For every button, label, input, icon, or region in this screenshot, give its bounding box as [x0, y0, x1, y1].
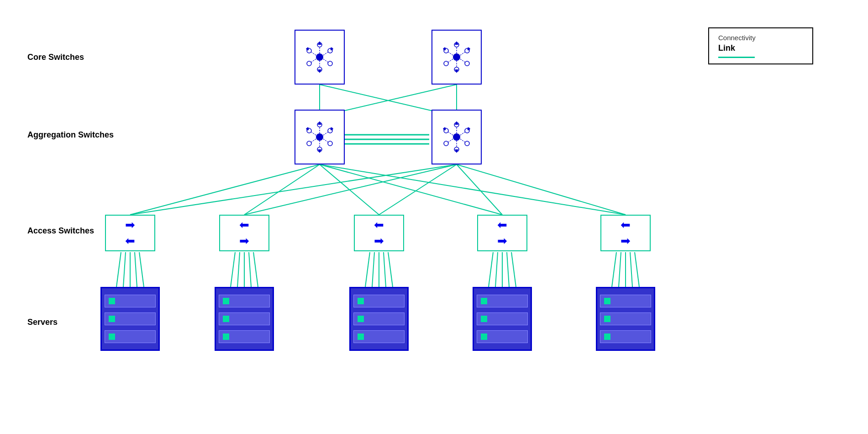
svg-line-70 — [448, 52, 453, 55]
svg-line-109 — [460, 132, 465, 135]
svg-line-11 — [320, 164, 626, 215]
legend-link-label: Link — [718, 43, 803, 53]
legend-title: Connectivity — [718, 34, 803, 42]
svg-point-99 — [453, 133, 460, 141]
server-2-row-1 — [219, 295, 270, 307]
svg-line-53 — [311, 59, 316, 62]
svg-point-66 — [444, 61, 448, 66]
legend-line — [718, 57, 755, 58]
server-3-row-3 — [353, 330, 405, 343]
server-1 — [100, 287, 160, 351]
agg-switch-1-icon — [299, 116, 340, 158]
server-indicator — [481, 298, 487, 304]
access-switch-2-icon: ⬅ ➡ — [239, 218, 249, 248]
server-indicator — [481, 316, 487, 322]
server-indicator — [109, 333, 115, 340]
svg-line-30 — [384, 252, 386, 287]
svg-point-86 — [328, 141, 332, 146]
svg-line-91 — [311, 139, 316, 142]
svg-line-108 — [448, 132, 453, 135]
access-switch-5-icon: ⬅ ➡ — [621, 218, 631, 248]
svg-line-54 — [323, 59, 328, 62]
svg-line-90 — [323, 132, 328, 135]
svg-line-71 — [460, 52, 465, 55]
access-switch-3-icon: ⬅ ➡ — [374, 218, 384, 248]
svg-line-26 — [253, 252, 258, 287]
access-switch-2: ⬅ ➡ — [219, 215, 269, 251]
server-1-row-3 — [105, 330, 156, 343]
svg-line-31 — [388, 252, 393, 287]
svg-line-32 — [489, 252, 493, 287]
svg-line-41 — [635, 252, 639, 287]
server-4-row-3 — [477, 330, 528, 343]
server-indicator — [223, 316, 229, 322]
svg-line-20 — [135, 252, 137, 287]
diagram-container: Connectivity Link Core Switches Aggregat… — [0, 0, 868, 434]
label-access: Access Switches — [27, 226, 94, 236]
svg-line-25 — [249, 252, 251, 287]
access-switch-1-icon: ➡ ⬅ — [125, 218, 135, 248]
legend: Connectivity Link — [708, 27, 813, 64]
svg-point-61 — [453, 53, 460, 61]
server-4-row-1 — [477, 295, 528, 307]
server-5-row-1 — [600, 295, 651, 307]
svg-point-47 — [307, 61, 311, 66]
svg-line-16 — [457, 164, 626, 215]
server-indicator — [223, 333, 229, 340]
server-indicator — [109, 298, 115, 304]
agg-switch-1 — [295, 110, 345, 164]
server-indicator — [358, 316, 364, 322]
svg-line-14 — [379, 164, 457, 215]
svg-line-35 — [507, 252, 509, 287]
svg-line-92 — [323, 139, 328, 142]
svg-line-10 — [320, 164, 502, 215]
svg-line-23 — [237, 252, 240, 287]
svg-point-42 — [316, 53, 323, 61]
svg-point-85 — [307, 141, 311, 146]
svg-line-52 — [323, 52, 328, 55]
core-switch-2-icon — [436, 37, 477, 78]
svg-point-104 — [444, 141, 448, 146]
server-2-row-2 — [219, 312, 270, 325]
server-indicator — [358, 298, 364, 304]
svg-line-7 — [130, 164, 320, 215]
server-2-row-3 — [219, 330, 270, 343]
svg-line-28 — [372, 252, 374, 287]
svg-line-40 — [630, 252, 632, 287]
access-switch-4-icon: ⬅ ➡ — [497, 218, 507, 248]
access-switch-4: ⬅ ➡ — [477, 215, 527, 251]
svg-line-38 — [619, 252, 621, 287]
access-switch-5: ⬅ ➡ — [600, 215, 651, 251]
svg-line-13 — [244, 164, 457, 215]
access-switch-1: ➡ ⬅ — [105, 215, 155, 251]
svg-line-51 — [311, 52, 316, 55]
svg-line-9 — [320, 164, 379, 215]
svg-line-110 — [448, 139, 453, 142]
server-indicator — [358, 333, 364, 340]
server-3-row-1 — [353, 295, 405, 307]
svg-line-111 — [460, 139, 465, 142]
access-switch-3: ⬅ ➡ — [354, 215, 404, 251]
label-core: Core Switches — [27, 53, 84, 62]
server-3 — [349, 287, 409, 351]
server-4-row-2 — [477, 312, 528, 325]
svg-line-89 — [311, 132, 316, 135]
server-5-row-3 — [600, 330, 651, 343]
svg-line-8 — [244, 164, 320, 215]
svg-line-36 — [511, 252, 516, 287]
svg-point-105 — [465, 141, 469, 146]
svg-line-18 — [123, 252, 126, 287]
label-servers: Servers — [27, 318, 58, 327]
svg-line-72 — [448, 59, 453, 62]
svg-line-37 — [612, 252, 616, 287]
svg-line-73 — [460, 59, 465, 62]
server-1-row-1 — [105, 295, 156, 307]
svg-line-27 — [365, 252, 370, 287]
server-indicator — [604, 333, 610, 340]
server-4 — [473, 287, 532, 351]
server-3-row-2 — [353, 312, 405, 325]
svg-line-12 — [130, 164, 457, 215]
server-5 — [596, 287, 655, 351]
agg-switch-2 — [431, 110, 482, 164]
svg-line-33 — [495, 252, 498, 287]
